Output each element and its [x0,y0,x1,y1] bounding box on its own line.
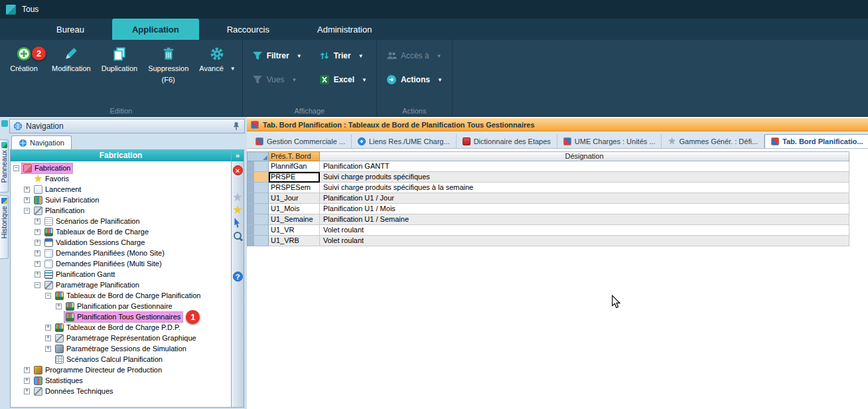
cell-designation[interactable]: Volet roulant [320,225,849,236]
chevron-down-icon[interactable]: ▼ [437,77,443,83]
side-tab-historique[interactable]: Historique [0,195,9,259]
tree-item-content[interactable]: Planification Gantt [43,270,117,280]
row-selector-cell[interactable] [247,193,269,204]
tree-item-content[interactable]: Tableaux de Bord de Charge P.D.P. [54,323,182,333]
grid-corner-cell[interactable] [247,151,269,161]
tree-expander[interactable]: + [24,187,30,193]
tree-item-content[interactable]: Planification par Gestionnaire [64,301,175,311]
tree-item-content[interactable]: Planification [33,206,86,216]
collapse-panel-button[interactable]: » [232,150,244,161]
tree-item-content[interactable]: Favoris [33,174,71,184]
row-selector-cell[interactable] [247,183,269,193]
tree-expander[interactable]: − [45,293,51,299]
tree-item[interactable]: +Validation Sessions Charge [11,237,231,248]
pointer-tool-button[interactable] [234,218,242,228]
table-row[interactable]: U1_SemainePlanification U1 / Semaine [247,214,849,225]
row-selector-cell[interactable] [247,236,269,246]
ribbon-tab-administration[interactable]: Administration [297,19,392,40]
cell-code[interactable]: PlannifGan [269,161,320,172]
tree-item-content[interactable]: Paramétrage Planification [43,280,141,290]
tree-item[interactable]: Scénarios Calcul Planification [11,354,231,365]
acces-a-button[interactable]: Accès à▼ [386,50,443,61]
tree-expander[interactable]: + [45,346,51,352]
cell-designation[interactable]: Planification GANTT [320,161,849,172]
tree-item[interactable]: −Fabrication [11,163,231,173]
tree-item-content[interactable]: Paramétrage Sessions de Simulation [54,344,188,354]
tree-item-content[interactable]: Statistiques [33,376,85,386]
cell-code[interactable]: U1_Jour [269,193,320,204]
tree-expander[interactable]: + [24,388,30,394]
tree-item[interactable]: Favoris [11,173,231,184]
tree-item[interactable]: +Demandes Planifiées (Multi Site) [11,258,231,269]
table-row[interactable]: U1_VRBVolet roulant [247,236,849,246]
creation-button[interactable]: Création2 [7,46,41,72]
excel-button[interactable]: Excel▼ [319,74,367,85]
cell-code[interactable]: U1_Semaine [269,214,320,225]
help-tool-button[interactable]: ? [233,272,243,282]
tree-item[interactable]: +Paramétrage Représentation Graphique [11,333,231,343]
tree-item-content[interactable]: Scénarios Calcul Planification [54,355,165,365]
tree-expander[interactable]: + [35,240,40,246]
duplication-button[interactable]: Duplication [102,46,137,72]
pin-icon[interactable] [232,122,241,131]
column-header-designation[interactable]: Désignation [320,151,849,161]
tree-expander[interactable]: + [24,367,30,373]
close-tool-button[interactable]: × [233,165,243,175]
tree-expander[interactable]: − [13,165,19,171]
row-selector-cell[interactable] [247,214,269,225]
cell-designation[interactable]: Planification U1 / Mois [320,204,849,214]
tree-item-content[interactable]: Programme Directeur de Production [33,365,164,375]
search-tool-button[interactable] [233,231,243,241]
tree-item-content[interactable]: Paramétrage Représentation Graphique [54,333,198,343]
tree-item[interactable]: +Demandes Planifiées (Mono Site) [11,248,231,258]
chevron-down-icon[interactable]: ▼ [358,53,364,59]
chevron-down-icon[interactable]: ▼ [230,66,236,72]
tree-expander[interactable]: − [24,208,30,214]
tree-item-content[interactable]: Planification Tous Gestionnaires [64,312,182,322]
tree-expander[interactable]: + [35,229,40,235]
column-header-code[interactable]: Prés.T. Bord [269,151,320,161]
tree-item[interactable]: +Statistiques [11,375,231,386]
side-tab-panneaux[interactable]: Panneaux [0,139,9,193]
row-selector-cell[interactable] [247,161,269,172]
cell-designation[interactable]: Volet roulant [320,236,849,246]
tree-item[interactable]: +Planification Gantt [11,269,231,280]
ribbon-tab-bureau[interactable]: Bureau [36,19,104,40]
tree-item[interactable]: +Suivi Fabrication [11,195,231,205]
tree-item[interactable]: +Programme Directeur de Production [11,365,231,375]
tree-expander[interactable]: + [35,250,40,256]
cell-code[interactable]: PRSPESem [269,183,320,193]
tree-item[interactable]: +Scénarios de Planification [11,216,231,226]
table-row[interactable]: PRSPESemSuivi charge produits spécifique… [247,183,849,193]
table-row[interactable]: PlannifGanPlanification GANTT [247,161,849,172]
cell-designation[interactable]: Suivi charge produits spécifiques [320,172,849,183]
table-row[interactable]: U1_MoisPlanification U1 / Mois [247,204,849,214]
table-row[interactable]: U1_VRVolet roulant [247,225,849,236]
tree-item-content[interactable]: Demandes Planifiées (Mono Site) [43,248,167,258]
tree-item[interactable]: +Planification par Gestionnaire [11,301,231,311]
suppression-button[interactable]: Suppression(F6) [148,46,188,84]
tree-expander[interactable]: + [56,303,62,309]
tree-item[interactable]: +Tableaux de Bord de Charge P.D.P. [11,322,231,333]
tree-item-content[interactable]: Scénarios de Planification [43,216,142,226]
table-row[interactable]: U1_JourPlanification U1 / Jour [247,193,849,204]
document-tab[interactable]: Gammes Génér. : Défi... [662,134,764,148]
tree-expander[interactable]: + [24,378,30,384]
tree-expander[interactable]: + [45,335,51,341]
tree-item[interactable]: +Données Techniques [11,386,231,396]
cell-code[interactable]: U1_VRB [269,236,320,246]
tree-item-content[interactable]: Suivi Fabrication [33,195,101,205]
chevron-down-icon[interactable]: ▼ [437,53,442,59]
tree-item-content[interactable]: Tableaux de Bord de Charge Planification [54,291,202,301]
cell-code[interactable]: PRSPE [269,172,320,183]
cell-designation[interactable]: Planification U1 / Jour [320,193,849,204]
tree-expander[interactable]: − [35,282,40,288]
tab-navigation[interactable]: Navigation [11,135,72,149]
document-tab[interactable]: Liens Res./UME Charg... [352,134,457,148]
ribbon-tab-application[interactable]: Application [112,19,199,40]
ribbon-tab-raccourcis[interactable]: Raccourcis [207,19,289,40]
row-selector-cell[interactable] [247,204,269,214]
document-tab[interactable]: Dictionnaire des Etapes [457,134,557,148]
document-tab[interactable]: Tab. Bord Planificatio... [764,134,868,148]
actions-button[interactable]: Actions▼ [386,74,443,85]
